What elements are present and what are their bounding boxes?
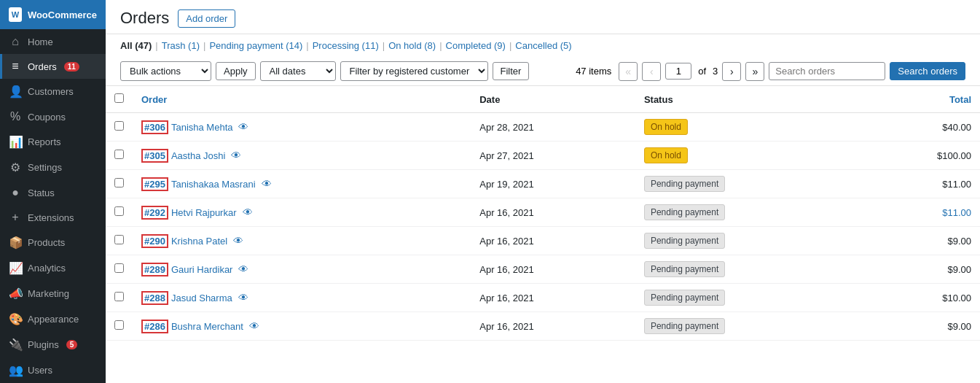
pagination-current-page[interactable] (665, 63, 691, 80)
customer-name-306[interactable]: Tanisha Mehta (171, 122, 233, 133)
filter-tab-completed[interactable]: Completed (9) (446, 40, 506, 51)
filter-sep-2: | (203, 40, 205, 51)
order-number-286[interactable]: #286 (144, 321, 165, 332)
order-preview-icon-290[interactable]: 👁 (233, 235, 243, 247)
order-number-306[interactable]: #306 (144, 122, 165, 133)
order-date-286: Apr 16, 2021 (471, 312, 635, 341)
status-badge-306: On hold (644, 119, 688, 135)
customer-name-295[interactable]: Tanishakaa Masrani (171, 179, 256, 190)
pagination-prev-button[interactable]: ‹ (642, 62, 661, 81)
toolbar: Bulk actions Apply All dates Filter by r… (106, 57, 980, 86)
pagination-first-button[interactable]: « (619, 62, 638, 81)
filter-tab-pending[interactable]: Pending payment (14) (209, 40, 302, 51)
sidebar-item-users[interactable]: 👥 Users (0, 357, 106, 383)
order-total-305: $100.00 (861, 142, 980, 170)
sidebar-item-coupons[interactable]: % Coupons (0, 104, 106, 129)
order-number-289[interactable]: #289 (144, 264, 165, 275)
row-checkbox-306[interactable] (114, 121, 124, 131)
status-badge-286: Pending payment (644, 318, 725, 334)
row-checkbox-289[interactable] (114, 263, 124, 273)
filter-tab-all[interactable]: All (47) (120, 40, 152, 51)
pagination-last-button[interactable]: » (745, 62, 764, 81)
sidebar-item-label: Products (28, 237, 65, 248)
order-status-305: On hold (635, 142, 861, 170)
filter-tab-cancelled[interactable]: Cancelled (5) (515, 40, 571, 51)
order-preview-icon-306[interactable]: 👁 (238, 121, 248, 133)
col-header-check (106, 86, 133, 113)
customer-name-289[interactable]: Gauri Hardikar (171, 264, 233, 275)
sidebar-item-appearance[interactable]: 🎨 Appearance (0, 306, 106, 332)
sidebar-item-customers[interactable]: 👤 Customers (0, 79, 106, 104)
pagination-next-button[interactable]: › (722, 62, 741, 81)
users-icon: 👥 (9, 363, 22, 377)
row-checkbox-292[interactable] (114, 206, 124, 216)
sidebar-item-products[interactable]: 📦 Products (0, 230, 106, 255)
filter-tab-on_hold[interactable]: On hold (8) (388, 40, 436, 51)
customer-name-286[interactable]: Bushra Merchant (171, 321, 243, 332)
row-checkbox-305[interactable] (114, 150, 124, 159)
search-orders-button[interactable]: Search orders (890, 62, 965, 80)
sidebar-logo[interactable]: W WooCommerce (0, 0, 106, 29)
order-preview-icon-286[interactable]: 👁 (249, 320, 259, 332)
select-all-checkbox[interactable] (114, 93, 124, 103)
row-checkbox-286[interactable] (114, 320, 124, 330)
customer-name-290[interactable]: Krishna Patel (171, 236, 227, 247)
sidebar-item-home[interactable]: ⌂ Home (0, 29, 106, 54)
apply-button[interactable]: Apply (216, 62, 256, 80)
row-checkbox-cell (106, 142, 133, 170)
row-checkbox-290[interactable] (114, 235, 124, 244)
pagination-of: of (698, 66, 706, 77)
row-checkbox-288[interactable] (114, 292, 124, 301)
customer-name-305[interactable]: Aastha Joshi (171, 150, 225, 161)
search-orders-input[interactable] (769, 62, 885, 80)
sidebar-item-settings[interactable]: ⚙ Settings (0, 155, 106, 180)
order-number-290[interactable]: #290 (144, 236, 165, 247)
table-row: #295 Tanishakaa Masrani 👁 Apr 19, 2021 P… (106, 170, 980, 198)
marketing-icon: 📣 (9, 287, 22, 301)
filter-button[interactable]: Filter (493, 62, 530, 80)
plugins-icon: 🔌 (9, 338, 22, 352)
sidebar-item-reports[interactable]: 📊 Reports (0, 129, 106, 155)
order-preview-icon-289[interactable]: 👁 (238, 263, 248, 275)
order-number-295[interactable]: #295 (144, 179, 165, 190)
order-number-292[interactable]: #292 (144, 207, 165, 218)
col-header-date[interactable]: Date (471, 86, 635, 113)
sidebar-item-orders[interactable]: ≡ Orders 11 (0, 54, 106, 79)
orders-icon: ≡ (9, 60, 22, 73)
filter-sep-4: | (383, 40, 385, 51)
order-preview-icon-295[interactable]: 👁 (262, 178, 272, 190)
status-badge-288: Pending payment (644, 290, 725, 306)
row-checkbox-cell (106, 312, 133, 341)
filter-tab-processing[interactable]: Processing (11) (313, 40, 379, 51)
customer-name-288[interactable]: Jasud Sharma (171, 293, 232, 303)
order-number-305[interactable]: #305 (144, 150, 165, 161)
col-header-total[interactable]: Total (861, 86, 980, 113)
sidebar-item-status[interactable]: ● Status (0, 180, 106, 205)
sidebar-item-marketing[interactable]: 📣 Marketing (0, 281, 106, 306)
order-preview-icon-288[interactable]: 👁 (238, 292, 248, 303)
order-number-288[interactable]: #288 (144, 293, 165, 303)
order-date-289: Apr 16, 2021 (471, 255, 635, 284)
table-row: #306 Tanisha Mehta 👁 Apr 28, 2021 On hol… (106, 113, 980, 142)
sidebar-badge-plugins: 5 (66, 340, 78, 349)
order-preview-icon-305[interactable]: 👁 (231, 150, 241, 161)
date-filter-select[interactable]: All dates (260, 61, 336, 81)
order-status-286: Pending payment (635, 312, 861, 341)
sidebar-item-analytics[interactable]: 📈 Analytics (0, 255, 106, 281)
filter-sep-1: | (155, 40, 157, 51)
order-preview-icon-292[interactable]: 👁 (243, 206, 253, 218)
customer-filter-select[interactable]: Filter by registered customer (340, 61, 488, 81)
customers-icon: 👤 (9, 85, 22, 98)
add-order-button[interactable]: Add order (178, 9, 235, 28)
sidebar-item-extensions[interactable]: + Extensions (0, 205, 106, 230)
status-badge-290: Pending payment (644, 233, 725, 249)
filter-tab-trash[interactable]: Trash (1) (162, 40, 200, 51)
row-checkbox-cell (106, 113, 133, 142)
toolbar-right: 47 items « ‹ of 3 › » Search orders (576, 62, 965, 81)
order-total-290: $9.00 (861, 227, 980, 255)
bulk-actions-select[interactable]: Bulk actions (120, 61, 211, 81)
customer-name-292[interactable]: Hetvi Rajpurkar (171, 207, 237, 218)
row-checkbox-295[interactable] (114, 178, 124, 187)
col-header-order[interactable]: Order (133, 86, 471, 113)
sidebar-item-plugins[interactable]: 🔌 Plugins 5 (0, 332, 106, 357)
